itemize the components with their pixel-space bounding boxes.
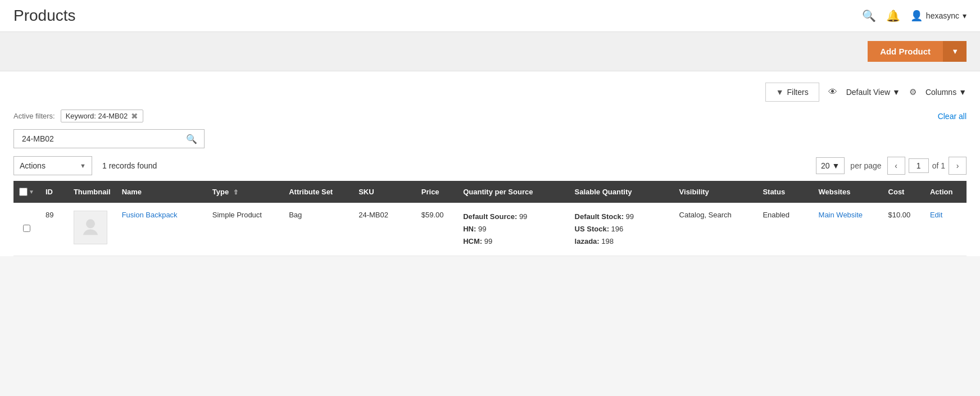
row-id: 89 xyxy=(40,203,68,256)
page-title: Products xyxy=(13,7,76,25)
row-type: Simple Product xyxy=(207,203,283,256)
actions-dropdown[interactable]: Actions ▼ xyxy=(13,156,92,175)
svg-point-0 xyxy=(86,219,95,228)
active-filters-label: Active filters: xyxy=(13,112,55,120)
per-page-select[interactable]: 20 ▼ xyxy=(816,157,845,174)
action-bar: Add Product ▼ xyxy=(0,32,980,71)
col-header-cost: Cost xyxy=(883,181,924,203)
add-product-arrow-icon: ▼ xyxy=(951,47,959,56)
gear-icon: ⚙ xyxy=(909,87,917,97)
user-menu[interactable]: 👤 hexasync ▾ xyxy=(910,10,967,22)
website-link[interactable]: Main Website xyxy=(819,211,863,219)
columns-button[interactable]: Columns ▼ xyxy=(925,88,967,97)
row-salable-quantity: Default Stock: 99US Stock: 196lazada: 19… xyxy=(569,203,674,256)
user-dropdown-arrow: ▾ xyxy=(963,11,967,20)
columns-dropdown-arrow: ▼ xyxy=(959,88,967,97)
prev-page-button[interactable]: ‹ xyxy=(887,157,905,175)
edit-link[interactable]: Edit xyxy=(930,211,942,219)
search-glass-icon: 🔍 xyxy=(186,134,197,144)
product-name-link[interactable]: Fusion Backpack xyxy=(122,211,178,219)
table-row: 89 Fusion Backpack Simple Product Bag 24… xyxy=(13,203,967,256)
view-dropdown-arrow: ▼ xyxy=(892,88,900,97)
per-page-arrow: ▼ xyxy=(832,161,840,170)
main-content: ▼ Filters 👁 Default View ▼ ⚙ Columns ▼ A… xyxy=(0,71,980,256)
add-product-button[interactable]: Add Product xyxy=(868,41,943,62)
user-avatar-icon: 👤 xyxy=(910,10,923,22)
username-label: hexasync xyxy=(926,11,959,20)
filter-icon: ▼ xyxy=(776,88,784,97)
pagination-wrap: 20 ▼ per page ‹ 1 of 1 › xyxy=(816,157,967,175)
col-header-thumbnail: Thumbnail xyxy=(68,181,116,203)
table-header-row: ▼ ID Thumbnail Name Type ⇧ Attribute Set… xyxy=(13,181,967,203)
search-submit-button[interactable]: 🔍 xyxy=(184,131,199,147)
keyword-filter-text: Keyword: 24-MB02 xyxy=(66,112,128,120)
per-page-label: per page xyxy=(850,161,881,170)
col-header-check: ▼ xyxy=(13,181,40,203)
view-icon: 👁 xyxy=(828,87,837,97)
current-page[interactable]: 1 xyxy=(909,158,929,173)
clear-all-link[interactable]: Clear all xyxy=(938,112,967,121)
default-view-label: Default View xyxy=(846,88,890,97)
row-checkbox-cell xyxy=(13,203,40,256)
row-websites: Main Website xyxy=(813,203,883,256)
search-row: 🔍 xyxy=(13,129,967,156)
actions-label: Actions xyxy=(20,161,46,170)
search-icon[interactable]: 🔍 xyxy=(862,9,876,22)
col-header-price: Price xyxy=(416,181,457,203)
add-product-dropdown-button[interactable]: ▼ xyxy=(943,41,967,62)
add-product-split: Add Product ▼ xyxy=(868,41,967,62)
col-header-attribute-set: Attribute Set xyxy=(283,181,353,203)
filters-button[interactable]: ▼ Filters xyxy=(765,83,819,102)
active-filters-row: Active filters: Keyword: 24-MB02 ✖ Clear… xyxy=(13,110,967,129)
search-input[interactable] xyxy=(19,130,184,148)
default-view-button[interactable]: Default View ▼ xyxy=(846,88,900,97)
col-header-name: Name xyxy=(116,181,207,203)
top-bar: Products 🔍 🔔 👤 hexasync ▾ xyxy=(0,0,980,32)
notification-icon[interactable]: 🔔 xyxy=(886,9,900,22)
keyword-filter-close[interactable]: ✖ xyxy=(131,112,138,120)
filters-label: Filters xyxy=(787,88,809,97)
row-name: Fusion Backpack xyxy=(116,203,207,256)
pagination-nav: ‹ 1 of 1 › xyxy=(887,157,967,175)
records-found: 1 records found xyxy=(102,161,157,170)
actions-dropdown-arrow: ▼ xyxy=(80,162,86,169)
row-cost: $10.00 xyxy=(883,203,924,256)
products-table: ▼ ID Thumbnail Name Type ⇧ Attribute Set… xyxy=(13,181,967,256)
col-header-id: ID xyxy=(40,181,68,203)
next-page-button[interactable]: › xyxy=(949,157,967,175)
status-badge: Enabled xyxy=(763,211,790,219)
row-quantity-per-source: Default Source: 99HN: 99HCM: 99 xyxy=(457,203,569,256)
col-header-salable-quantity: Salable Quantity xyxy=(569,181,674,203)
row-sku: 24-MB02 xyxy=(353,203,416,256)
columns-label: Columns xyxy=(925,88,956,97)
page-total: of 1 xyxy=(932,161,945,170)
row-action: Edit xyxy=(924,203,967,256)
col-header-quantity-per-source: Quantity per Source xyxy=(457,181,569,203)
row-checkbox[interactable] xyxy=(23,225,30,232)
per-page-value: 20 xyxy=(821,161,830,170)
table-controls-row: Actions ▼ 1 records found 20 ▼ per page … xyxy=(13,156,967,181)
select-all-checkbox[interactable] xyxy=(19,188,28,196)
col-header-sku: SKU xyxy=(353,181,416,203)
filter-row: ▼ Filters 👁 Default View ▼ ⚙ Columns ▼ xyxy=(13,83,967,110)
top-bar-right: 🔍 🔔 👤 hexasync ▾ xyxy=(862,9,967,22)
select-all-arrow[interactable]: ▼ xyxy=(29,189,34,195)
col-header-visibility: Visibility xyxy=(674,181,757,203)
row-status: Enabled xyxy=(757,203,813,256)
type-sort-icon: ⇧ xyxy=(233,189,238,195)
row-thumbnail xyxy=(68,203,116,256)
search-input-wrap: 🔍 xyxy=(13,129,205,148)
col-header-type[interactable]: Type ⇧ xyxy=(207,181,283,203)
keyword-filter-tag: Keyword: 24-MB02 ✖ xyxy=(61,110,144,122)
col-header-websites: Websites xyxy=(813,181,883,203)
row-visibility: Catalog, Search xyxy=(674,203,757,256)
row-attribute-set: Bag xyxy=(283,203,353,256)
col-header-status: Status xyxy=(757,181,813,203)
col-header-action: Action xyxy=(924,181,967,203)
row-price: $59.00 xyxy=(416,203,457,256)
